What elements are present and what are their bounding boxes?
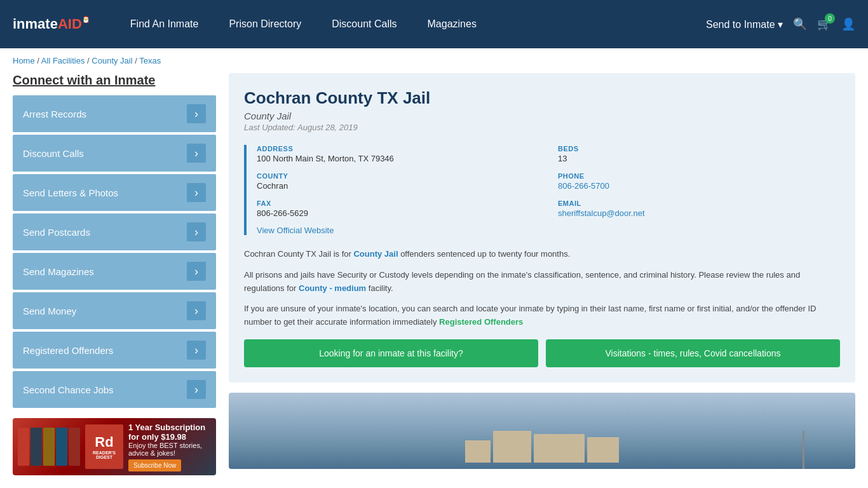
ad-logo: Rd READER'S DIGEST [85, 424, 123, 469]
cart-badge: 0 [825, 13, 835, 24]
breadcrumb: Home / All Facilities / County Jail / Te… [0, 48, 868, 73]
sidebar: Connect with an Inmate Arrest Records › … [13, 73, 216, 475]
facility-updated: Last Updated: August 28, 2019 [244, 123, 840, 132]
sidebar-item-registered-offenders[interactable]: Registered Offenders › [13, 332, 216, 369]
main-container: Connect with an Inmate Arrest Records › … [0, 73, 868, 488]
building [534, 434, 585, 463]
ad-logo-name: READER'S DIGEST [85, 451, 123, 459]
content: Cochran County TX Jail County Jail Last … [229, 73, 855, 475]
email-link[interactable]: sheriffstalcup@door.net [558, 208, 645, 218]
arrow-icon: › [187, 380, 206, 399]
description-2: All prisons and jails have Security or C… [244, 269, 840, 295]
arrow-icon: › [187, 144, 206, 163]
facility-details: ADDRESS 100 North Main St, Morton, TX 79… [244, 145, 840, 235]
description-3: If you are unsure of your inmate's locat… [244, 302, 840, 329]
facility-buildings [465, 431, 619, 463]
sidebar-item-send-postcards[interactable]: Send Postcards › [13, 214, 216, 250]
ad-book [18, 428, 29, 466]
details-grid: ADDRESS 100 North Main St, Morton, TX 79… [257, 145, 840, 218]
description-1: Cochran County TX Jail is for County Jai… [244, 248, 840, 261]
sidebar-ad: Rd READER'S DIGEST 1 Year Subscription f… [13, 418, 216, 475]
facility-image [229, 393, 855, 469]
county-medium-link[interactable]: County - medium [299, 283, 366, 293]
detail-address: ADDRESS 100 North Main St, Morton, TX 79… [257, 145, 539, 163]
nav-find-inmate[interactable]: Find An Inmate [115, 0, 214, 48]
facility-card: Cochran County TX Jail County Jail Last … [229, 73, 855, 383]
facility-type: County Jail [244, 111, 840, 121]
ad-book [69, 428, 80, 466]
arrow-icon: › [187, 341, 206, 360]
building [587, 437, 619, 463]
ad-logo-rd: Rd [95, 434, 113, 451]
detail-county: COUNTY Cochran [257, 172, 539, 191]
ad-book [43, 428, 55, 466]
ad-subtext: Enjoy the BEST stories, advice & jokes! [128, 442, 211, 457]
ad-price: 1 Year Subscription for only $19.98 [128, 423, 211, 442]
breadcrumb-state[interactable]: Texas [139, 56, 161, 65]
sidebar-title: Connect with an Inmate [13, 73, 216, 88]
nav-magazines[interactable]: Magazines [412, 0, 492, 48]
detail-phone: PHONE 806-266-5700 [558, 172, 840, 191]
county-jail-link[interactable]: County Jail [353, 249, 398, 259]
ad-subscribe-button[interactable]: Subscribe Now [128, 459, 181, 471]
main-nav: Find An Inmate Prison Directory Discount… [115, 0, 706, 48]
ad-text: 1 Year Subscription for only $19.98 Enjo… [128, 423, 211, 471]
nav-prison-directory[interactable]: Prison Directory [214, 0, 316, 48]
ad-books [18, 428, 80, 466]
header: inmate AID 🎅 Find An Inmate Prison Direc… [0, 0, 868, 48]
breadcrumb-county-jail[interactable]: County Jail [92, 56, 132, 65]
view-website-link[interactable]: View Official Website [257, 226, 334, 235]
registered-offenders-link[interactable]: Registered Offenders [439, 317, 523, 327]
arrow-icon: › [187, 183, 206, 202]
arrow-icon: › [187, 222, 206, 241]
arrow-icon: › [187, 262, 206, 281]
looking-for-inmate-button[interactable]: Looking for an inmate at this facility? [244, 339, 538, 367]
sidebar-item-arrest-records[interactable]: Arrest Records › [13, 95, 216, 132]
visitations-button[interactable]: Visitations - times, rules, Covid cancel… [546, 339, 840, 367]
detail-fax: FAX 806-266-5629 [257, 200, 539, 218]
sidebar-item-send-magazines[interactable]: Send Magazines › [13, 253, 216, 290]
sidebar-item-second-chance-jobs[interactable]: Second Chance Jobs › [13, 371, 216, 408]
breadcrumb-all-facilities[interactable]: All Facilities [41, 56, 85, 65]
logo[interactable]: inmate AID 🎅 [13, 16, 90, 32]
pole [803, 431, 804, 469]
cart-icon[interactable]: 🛒 0 [817, 17, 831, 31]
detail-email: EMAIL sheriffstalcup@door.net [558, 200, 840, 218]
sidebar-item-send-money[interactable]: Send Money › [13, 292, 216, 329]
action-buttons: Looking for an inmate at this facility? … [244, 339, 840, 367]
facility-name: Cochran County TX Jail [244, 88, 840, 108]
nav-discount-calls[interactable]: Discount Calls [316, 0, 412, 48]
phone-value[interactable]: 806-266-5700 [558, 181, 840, 191]
arrow-icon: › [187, 104, 206, 123]
arrow-icon: › [187, 301, 206, 320]
sidebar-item-send-letters[interactable]: Send Letters & Photos › [13, 174, 216, 211]
ad-book [56, 428, 67, 466]
search-icon[interactable]: 🔍 [793, 17, 807, 31]
nav-right: Send to Inmate ▾ 🔍 🛒 0 👤 [706, 17, 855, 31]
ad-book [31, 428, 42, 466]
breadcrumb-home[interactable]: Home [13, 56, 35, 65]
detail-beds: BEDS 13 [558, 145, 840, 163]
send-to-inmate-button[interactable]: Send to Inmate ▾ [706, 18, 783, 30]
building [465, 440, 491, 463]
building [493, 431, 531, 463]
description-section: Cochran County TX Jail is for County Jai… [244, 248, 840, 329]
user-icon[interactable]: 👤 [841, 17, 855, 31]
sidebar-item-discount-calls[interactable]: Discount Calls › [13, 135, 216, 172]
